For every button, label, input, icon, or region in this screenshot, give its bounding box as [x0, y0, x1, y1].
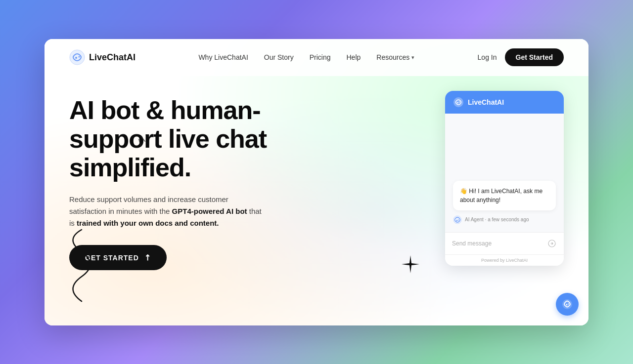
chat-input-area[interactable]: Send message — [445, 232, 564, 254]
hero-title: AI bot & human-support live chat simplif… — [69, 96, 326, 182]
svg-point-0 — [70, 50, 85, 65]
chat-message: 👋 Hi! I am LiveChatAI, ask me about anyt… — [453, 181, 556, 210]
nav-links: Why LiveChatAI Our Story Pricing Help Re… — [198, 53, 414, 61]
svg-point-5 — [453, 97, 463, 107]
chat-widget-demo: LiveChatAI 👋 Hi! I am LiveChatAI, ask me… — [445, 91, 564, 266]
logo[interactable]: LiveChatAI — [69, 49, 136, 65]
svg-point-9 — [456, 220, 457, 221]
svg-point-6 — [457, 102, 458, 103]
svg-point-2 — [79, 56, 80, 58]
svg-line-3 — [141, 136, 145, 141]
chat-widget: LiveChatAI 👋 Hi! I am LiveChatAI, ask me… — [445, 91, 564, 266]
hero-section: AI bot & human-support live chat simplif… — [45, 76, 588, 325]
nav-actions: Log In Get Started — [478, 48, 564, 66]
chevron-down-icon: ▾ — [411, 54, 414, 61]
svg-point-7 — [459, 101, 460, 102]
chat-bubble-button[interactable] — [556, 293, 579, 316]
navbar: LiveChatAI Why LiveChatAI Our Story Pric… — [45, 39, 588, 76]
squiggle-decoration — [54, 225, 99, 306]
svg-line-4 — [139, 139, 141, 146]
nav-item-resources[interactable]: Resources ▾ — [376, 53, 414, 61]
chat-logo-icon — [453, 97, 464, 108]
login-button[interactable]: Log In — [478, 53, 497, 61]
nav-item-story[interactable]: Our Story — [264, 53, 294, 61]
nav-item-help[interactable]: Help — [346, 53, 361, 61]
hero-description: Reduce support volumes and increase cust… — [69, 194, 267, 229]
svg-point-1 — [75, 57, 77, 59]
nav-item-why[interactable]: Why LiveChatAI — [198, 53, 248, 61]
accent-decoration — [131, 135, 146, 157]
chat-header: LiveChatAI — [445, 91, 564, 114]
chat-body: 👋 Hi! I am LiveChatAI, ask me about anyt… — [445, 114, 564, 232]
star-decoration — [401, 254, 420, 276]
svg-point-14 — [568, 303, 569, 304]
arrow-icon: ↗ — [141, 252, 153, 263]
svg-point-13 — [566, 304, 568, 305]
hero-content: AI bot & human-support live chat simplif… — [69, 86, 326, 271]
send-icon[interactable] — [547, 239, 557, 248]
logo-text: LiveChatAI — [89, 52, 136, 63]
agent-label: AI Agent · a few seconds ago — [465, 217, 529, 222]
agent-avatar-icon — [453, 215, 462, 224]
logo-icon — [69, 49, 85, 65]
nav-item-pricing[interactable]: Pricing — [310, 53, 331, 61]
agent-info: AI Agent · a few seconds ago — [453, 215, 556, 224]
chat-input-placeholder: Send message — [452, 240, 492, 247]
chat-footer: Powered by LiveChatAI — [445, 254, 564, 266]
get-started-nav-button[interactable]: Get Started — [505, 48, 564, 66]
svg-point-10 — [458, 219, 459, 220]
chat-header-title: LiveChatAI — [468, 98, 504, 106]
